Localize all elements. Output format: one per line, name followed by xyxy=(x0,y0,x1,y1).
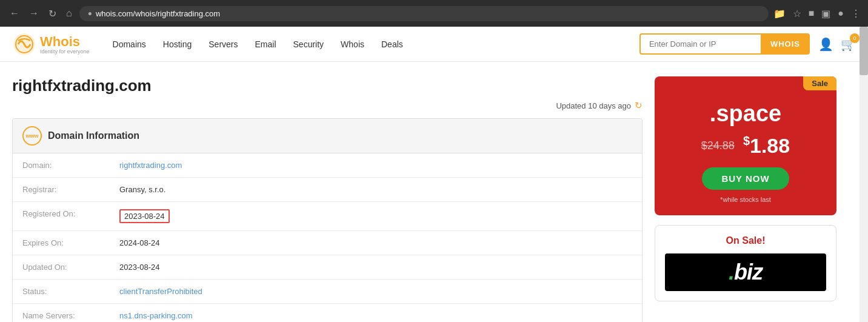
nav-hosting[interactable]: Hosting xyxy=(155,27,200,62)
forward-button[interactable]: → xyxy=(27,5,41,21)
logo[interactable]: Whois Identity for everyone xyxy=(12,32,90,56)
address-bar[interactable]: ● whois.com/whois/rightfxtrading.com xyxy=(79,6,769,21)
nav-whois[interactable]: Whois xyxy=(332,27,373,62)
field-value-status[interactable]: clientTransferProhibited xyxy=(119,287,202,296)
split-icon[interactable]: ▣ xyxy=(821,8,830,19)
left-panel: rightfxtrading.com Updated 10 days ago ↻… xyxy=(12,76,643,322)
search-input[interactable] xyxy=(639,33,761,55)
nav-links: Domains Hosting Servers Email Security W… xyxy=(104,27,639,62)
domain-info-box: www Domain Information Domain: rightfxtr… xyxy=(12,118,643,322)
field-value-expires-on: 2024-08-24 xyxy=(119,238,160,247)
field-label-registrar: Registrar: xyxy=(22,185,119,194)
browser-actions: 📁 ☆ ■ ▣ ● ⋮ xyxy=(773,8,861,19)
nav-email[interactable]: Email xyxy=(247,27,285,62)
logo-text: Whois xyxy=(40,34,80,49)
nav-domains[interactable]: Domains xyxy=(104,27,155,62)
field-label-updated-on: Updated On: xyxy=(22,263,119,272)
domain-info-header: www Domain Information xyxy=(13,119,642,153)
field-label-registered-on: Registered On: xyxy=(22,209,119,218)
logo-icon xyxy=(12,32,36,56)
scrollbar-track[interactable] xyxy=(860,27,868,322)
refresh-button[interactable]: ↻ xyxy=(46,5,59,22)
table-row: Registrar: Gransy, s.r.o. xyxy=(13,178,642,202)
stocks-text: *while stocks last xyxy=(667,196,824,203)
logo-tagline: Identity for everyone xyxy=(40,49,90,55)
user-icon[interactable]: 👤 xyxy=(818,37,833,52)
main-content: rightfxtrading.com Updated 10 days ago ↻… xyxy=(0,62,849,322)
biz-logo: .biz xyxy=(665,253,826,291)
home-button[interactable]: ⌂ xyxy=(64,5,75,21)
field-value-registrar: Gransy, s.r.o. xyxy=(119,185,165,194)
ad-card-biz: On Sale! .biz xyxy=(655,225,836,301)
biz-text: .biz xyxy=(729,260,763,284)
browser-chrome: ← → ↻ ⌂ ● whois.com/whois/rightfxtrading… xyxy=(0,0,868,27)
search-button[interactable]: WHOIS xyxy=(761,33,810,55)
cart-badge: 0 xyxy=(850,33,860,43)
nav-servers[interactable]: Servers xyxy=(200,27,246,62)
table-row: Name Servers: ns1.dns-parking.com ns2.dn… xyxy=(13,304,642,322)
extensions-icon[interactable]: ■ xyxy=(809,8,815,19)
field-value-updated-on: 2023-08-24 xyxy=(119,263,160,272)
table-row: Updated On: 2023-08-24 xyxy=(13,255,642,280)
on-sale-title: On Sale! xyxy=(665,235,826,246)
sale-badge: Sale xyxy=(803,76,836,90)
star-icon[interactable]: ☆ xyxy=(793,8,801,19)
domain-info-title: Domain Information xyxy=(48,130,139,141)
navbar: Whois Identity for everyone Domains Host… xyxy=(0,27,868,62)
dollar-sign: $ xyxy=(743,134,750,147)
navbar-icons: 👤 🛒 0 xyxy=(818,37,856,52)
page-title: rightfxtrading.com xyxy=(12,76,643,95)
table-row: Expires On: 2024-08-24 xyxy=(13,231,642,255)
nav-security[interactable]: Security xyxy=(285,27,333,62)
table-row: Status: clientTransferProhibited xyxy=(13,280,642,304)
field-value-registered-on: 2023-08-24 xyxy=(119,209,170,223)
search-area: WHOIS xyxy=(639,33,810,55)
field-value-domain[interactable]: rightfxtrading.com xyxy=(119,161,182,170)
nameserver-1[interactable]: ns1.dns-parking.com xyxy=(119,311,193,320)
new-price: $1.88 xyxy=(743,134,790,158)
translate-icon[interactable]: 📁 xyxy=(773,8,786,19)
profile-icon[interactable]: ● xyxy=(838,8,844,19)
menu-icon[interactable]: ⋮ xyxy=(851,8,861,19)
ad-card-space: Sale .space $24.88 $1.88 BUY NOW *while … xyxy=(655,76,836,215)
nav-deals[interactable]: Deals xyxy=(373,27,412,62)
updated-info: Updated 10 days ago ↻ xyxy=(12,100,643,111)
buy-now-button[interactable]: BUY NOW xyxy=(702,167,789,190)
www-icon: www xyxy=(22,126,42,146)
price-area: $24.88 $1.88 xyxy=(667,134,824,158)
table-row: Registered On: 2023-08-24 xyxy=(13,202,642,231)
domain-ext-space: .space xyxy=(667,101,824,127)
cart-icon[interactable]: 🛒 0 xyxy=(841,37,856,52)
refresh-data-icon[interactable]: ↻ xyxy=(635,100,643,111)
biz-dot: . xyxy=(729,260,734,284)
address-text: whois.com/whois/rightfxtrading.com xyxy=(96,9,220,18)
table-row: Domain: rightfxtrading.com xyxy=(13,153,642,178)
old-price: $24.88 xyxy=(701,139,735,152)
field-value-nameservers: ns1.dns-parking.com ns2.dns-parking.com xyxy=(119,311,193,322)
back-button[interactable]: ← xyxy=(7,5,22,21)
field-label-expires-on: Expires On: xyxy=(22,238,119,247)
field-label-status: Status: xyxy=(22,287,119,296)
field-label-nameservers: Name Servers: xyxy=(22,311,119,320)
address-bar-icon: ● xyxy=(88,9,92,18)
scrollbar-thumb[interactable] xyxy=(860,27,868,75)
updated-text: Updated 10 days ago xyxy=(556,101,631,110)
field-label-domain: Domain: xyxy=(22,161,119,170)
right-panel: Sale .space $24.88 $1.88 BUY NOW *while … xyxy=(655,76,836,322)
